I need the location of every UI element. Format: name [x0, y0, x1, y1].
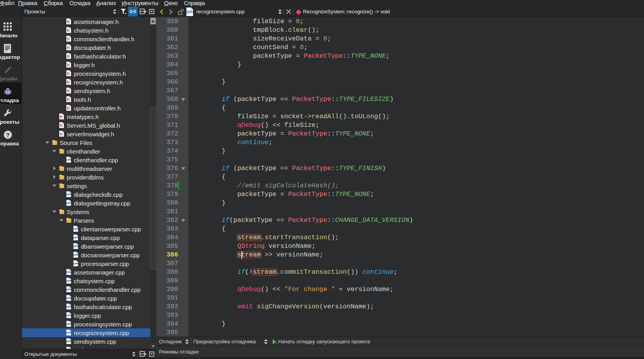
svg-text:c: c — [66, 201, 68, 205]
svg-text:c: c — [66, 331, 68, 335]
svg-text:h: h — [67, 20, 69, 24]
svg-text:c: c — [73, 262, 75, 266]
svg-text:c: c — [73, 236, 75, 240]
svg-text:c: c — [66, 279, 68, 283]
svg-text:h: h — [67, 37, 69, 41]
svg-text:c: c — [66, 296, 68, 300]
svg-text:c: c — [66, 158, 68, 162]
svg-text:c: c — [66, 339, 68, 343]
svg-text:h: h — [67, 80, 69, 84]
svg-text:c: c — [66, 322, 68, 326]
svg-text:c: c — [66, 288, 68, 291]
svg-text:c: c — [73, 244, 75, 248]
svg-text:h: h — [67, 71, 69, 76]
svg-text:h: h — [60, 115, 62, 119]
svg-text:h: h — [67, 97, 69, 102]
svg-text:h: h — [60, 123, 62, 128]
svg-text:c: c — [66, 305, 68, 309]
svg-text:c: c — [66, 313, 68, 317]
svg-text:c: c — [73, 253, 75, 257]
svg-text:h: h — [67, 54, 69, 59]
svg-text:h: h — [67, 46, 69, 50]
svg-text:h: h — [67, 89, 69, 93]
svg-text:h: h — [60, 132, 62, 136]
svg-text:c: c — [73, 227, 75, 231]
svg-text:c: c — [66, 270, 68, 274]
svg-text:c: c — [66, 192, 68, 196]
svg-text:h: h — [67, 28, 69, 33]
svg-text:?: ? — [6, 132, 9, 138]
svg-text:h: h — [67, 63, 69, 67]
svg-text:h: h — [67, 106, 69, 110]
svg-text:c: c — [186, 9, 189, 15]
